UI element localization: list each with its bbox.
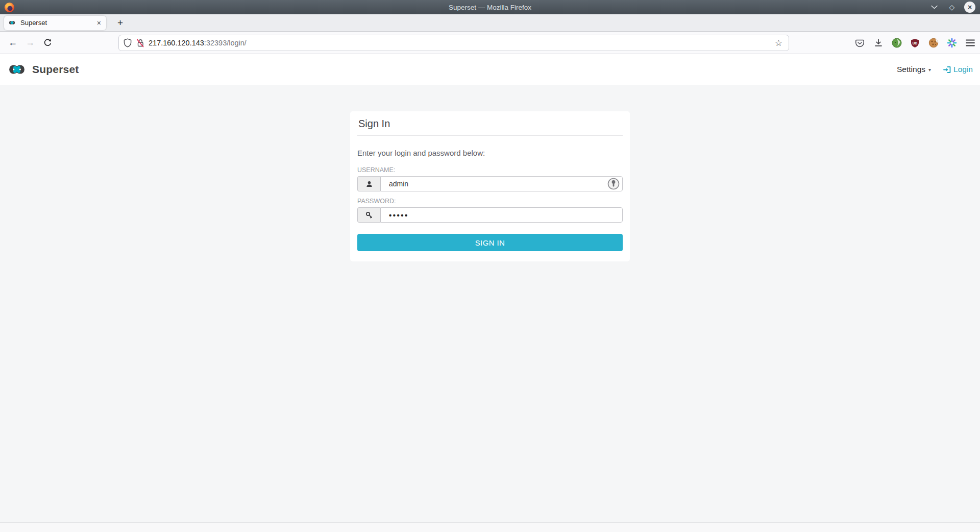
- user-icon: [357, 176, 380, 191]
- new-tab-button[interactable]: +: [113, 17, 127, 29]
- navbar-right: Settings ▾ Login: [897, 65, 973, 74]
- key-icon: [357, 207, 380, 223]
- username-label: USERNAME:: [357, 166, 623, 174]
- tab-strip: Superset × +: [0, 14, 980, 32]
- url-text: 217.160.120.143:32393/login/: [149, 39, 773, 47]
- password-group: [357, 207, 623, 223]
- hamburger-menu-icon[interactable]: [964, 37, 976, 49]
- toolbar-extensions: UD: [854, 32, 977, 54]
- privacy-badger-extension-icon[interactable]: [891, 37, 902, 49]
- superset-logo-icon: [5, 63, 29, 76]
- login-link[interactable]: Login: [943, 65, 973, 74]
- reload-button[interactable]: [39, 35, 56, 51]
- sign-in-door-icon: [943, 66, 951, 74]
- url-host: 217.160.120.143: [149, 39, 204, 47]
- sign-in-panel: Sign In Enter your login and password be…: [350, 111, 630, 261]
- superset-navbar: Superset Settings ▾ Login: [0, 54, 980, 85]
- panel-title: Sign In: [357, 111, 623, 136]
- cookie-extension-icon[interactable]: [927, 37, 939, 49]
- login-instruction: Enter your login and password below:: [357, 149, 623, 157]
- page-footer: [0, 522, 980, 532]
- tracking-protection-shield-icon[interactable]: [124, 38, 132, 47]
- tab-close-icon[interactable]: ×: [95, 19, 103, 27]
- firefox-logo-icon: [4, 2, 15, 13]
- window-title: Superset — Mozilla Firefox: [0, 4, 980, 11]
- svg-text:UD: UD: [913, 41, 918, 44]
- download-icon[interactable]: [872, 37, 884, 49]
- superset-brand[interactable]: Superset: [5, 63, 79, 76]
- pocket-save-icon[interactable]: [854, 37, 866, 49]
- username-input[interactable]: [380, 176, 623, 191]
- minimize-button[interactable]: [928, 2, 940, 13]
- password-manager-extension-icon[interactable]: [607, 178, 620, 190]
- tab-favicon-superset-icon: [8, 20, 16, 26]
- ublock-shield-extension-icon[interactable]: UD: [909, 37, 921, 49]
- url-bar[interactable]: 217.160.120.143:32393/login/ ☆: [118, 35, 789, 51]
- maximize-button[interactable]: ◇: [946, 2, 958, 13]
- close-button[interactable]: ×: [964, 2, 975, 13]
- bookmark-star-icon[interactable]: ☆: [773, 38, 784, 49]
- brand-text: Superset: [32, 63, 79, 76]
- window-titlebar: Superset — Mozilla Firefox ◇ ×: [0, 0, 980, 14]
- password-input[interactable]: [380, 207, 623, 223]
- login-label: Login: [953, 65, 973, 74]
- password-label: PASSWORD:: [357, 198, 623, 205]
- page-content: Sign In Enter your login and password be…: [0, 85, 980, 532]
- tab-title: Superset: [20, 19, 95, 27]
- browser-tab[interactable]: Superset ×: [4, 16, 106, 30]
- forward-button[interactable]: →: [21, 35, 39, 51]
- username-group: [357, 176, 623, 191]
- sign-in-button[interactable]: SIGN IN: [357, 234, 623, 251]
- settings-label: Settings: [897, 65, 925, 74]
- settings-menu[interactable]: Settings ▾: [897, 65, 931, 74]
- browser-toolbar: ← → 217.160.120.143:32393/login/ ☆: [0, 32, 980, 54]
- chevron-down-icon: ▾: [928, 67, 931, 72]
- url-path: :32393/login/: [204, 39, 247, 47]
- insecure-lock-icon[interactable]: [136, 38, 144, 47]
- back-button[interactable]: ←: [4, 35, 21, 51]
- firefox-window: Superset — Mozilla Firefox ◇ × Superset …: [0, 0, 980, 532]
- window-controls: ◇ ×: [928, 2, 980, 13]
- sparkle-extension-icon[interactable]: [946, 37, 958, 49]
